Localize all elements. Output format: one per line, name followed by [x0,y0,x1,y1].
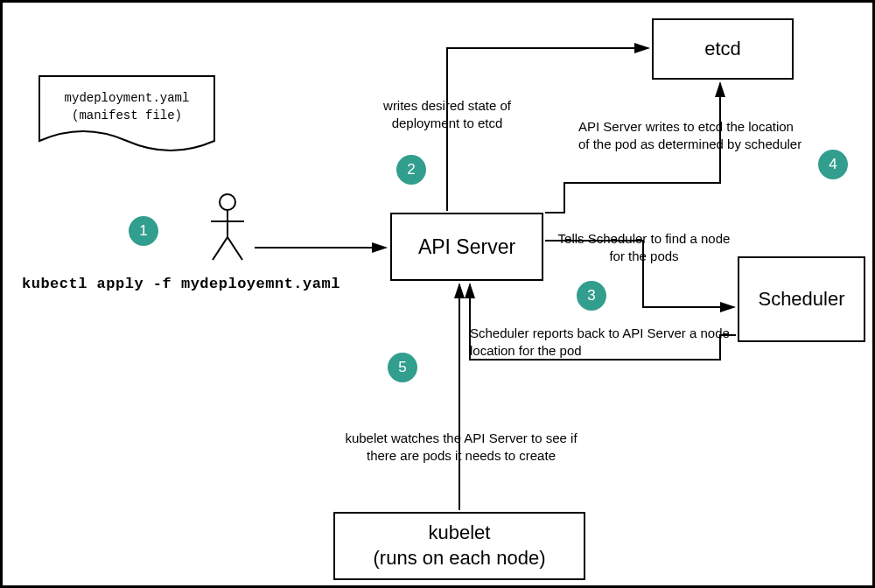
manifest-note: mydeployment.yaml (manifest file) [39,90,214,124]
api-server-label: API Server [418,235,515,259]
step-badge-2: 2 [396,155,426,185]
step-badge-3: 3 [577,281,606,311]
svg-line-3 [213,237,228,260]
step-badge-4: 4 [818,150,848,179]
user-icon [206,192,249,262]
kubelet-box: kubelet (runs on each node) [333,512,585,580]
manifest-filename: mydeployment.yaml [65,91,190,105]
kubelet-label-1: kubelet [429,521,491,546]
etcd-label: etcd [704,38,741,60]
label-writes-location: API Server writes to etcd the location o… [578,118,806,154]
manifest-caption: (manifest file) [72,108,182,122]
kubelet-label-2: (runs on each node) [374,546,546,571]
svg-line-4 [228,237,242,260]
diagram-frame: mydeployment.yaml (manifest file) kubect… [0,0,875,588]
label-tells-scheduler: Tells Scheduler to find a node for the p… [552,230,736,266]
svg-point-0 [220,194,235,210]
label-write-state: writes desired state of deployment to et… [368,97,526,133]
step-badge-1: 1 [129,216,158,246]
scheduler-label: Scheduler [758,288,844,311]
api-server-box: API Server [390,213,543,281]
kubectl-command: kubectl apply -f mydeployemnt.yaml [22,276,340,292]
label-kubelet-watches: kubelet watches the API Server to see if… [339,430,584,466]
etcd-box: etcd [652,18,794,80]
label-scheduler-reports: Scheduler reports back to API Server a n… [470,325,741,360]
scheduler-box: Scheduler [738,256,865,342]
step-badge-5: 5 [388,353,417,382]
